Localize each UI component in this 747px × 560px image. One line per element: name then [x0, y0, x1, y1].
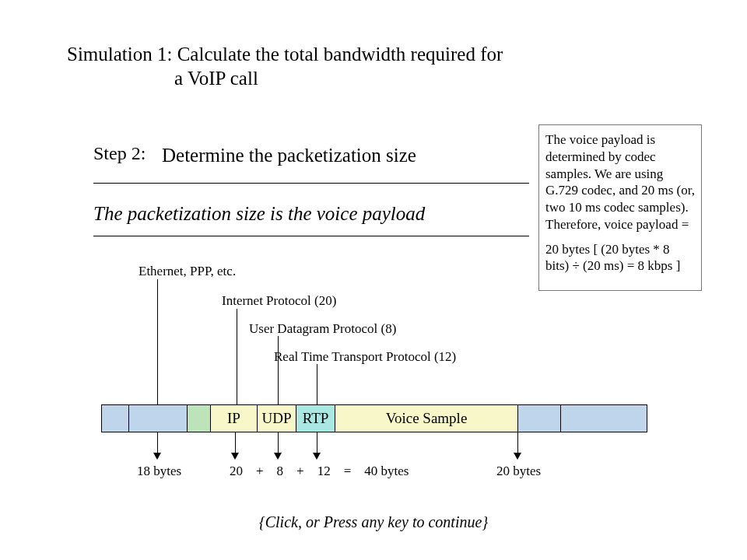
seg-ip: IP	[211, 405, 258, 432]
seg-udp: UDP	[258, 405, 296, 432]
seg-link-layer	[129, 405, 188, 432]
bytes-sum: 20 + 8 + 12 = 40 bytes	[230, 464, 409, 479]
callout-ethernet: Ethernet, PPP, etc.	[139, 264, 236, 279]
slide[interactable]: Simulation 1: Calculate the total bandwi…	[0, 0, 747, 560]
arrow-head-payload	[514, 453, 521, 460]
packet-bar: IP UDP RTP Voice Sample	[101, 404, 647, 432]
seg-voice: Voice Sample	[335, 405, 518, 432]
arrow-head-udp	[274, 453, 282, 460]
callout-rtp: Real Time Transport Protocol (12)	[274, 349, 456, 365]
arrow-head-rtp	[313, 453, 321, 460]
arrow-stem-rtp	[317, 432, 317, 453]
rule-top	[93, 183, 529, 184]
bytes-link: 18 bytes	[137, 464, 181, 479]
leader-rtp	[317, 364, 317, 404]
callout-ip: Internet Protocol (20)	[222, 293, 336, 309]
arrow-stem-udp	[278, 432, 279, 453]
info-box: The voice payload is determined by codec…	[538, 124, 702, 291]
info-para-1: The voice payload is determined by codec…	[545, 131, 695, 233]
leader-udp	[278, 336, 279, 404]
seg-leading-blue	[102, 405, 129, 432]
seg-green-gap	[188, 405, 211, 432]
arrow-stem-payload	[517, 432, 518, 453]
slide-title-line2: a VoIP call	[174, 68, 258, 89]
step-subtitle: The packetization size is the voice payl…	[93, 203, 425, 225]
bytes-payload: 20 bytes	[496, 464, 541, 479]
seg-rtp: RTP	[296, 405, 335, 432]
step-label: Step 2:	[93, 143, 146, 164]
continue-hint: {Click, or Press any key to continue}	[0, 513, 747, 531]
callout-udp: User Datagram Protocol (8)	[249, 321, 396, 337]
seg-trailing-a	[518, 405, 561, 432]
seg-trailing-b	[561, 405, 647, 432]
leader-ip	[237, 309, 237, 404]
arrow-head-ip	[231, 453, 239, 460]
arrow-head-link	[153, 453, 161, 460]
arrow-stem-ip	[235, 432, 236, 453]
leader-ethernet	[157, 279, 158, 404]
arrow-stem-link	[157, 432, 158, 453]
slide-title-line1: Simulation 1: Calculate the total bandwi…	[67, 44, 503, 65]
rule-bottom	[93, 236, 529, 236]
info-para-2: 20 bytes [ (20 bytes * 8 bits) ÷ (20 ms)…	[545, 241, 695, 275]
step-instruction: Determine the packetization size	[162, 145, 416, 166]
